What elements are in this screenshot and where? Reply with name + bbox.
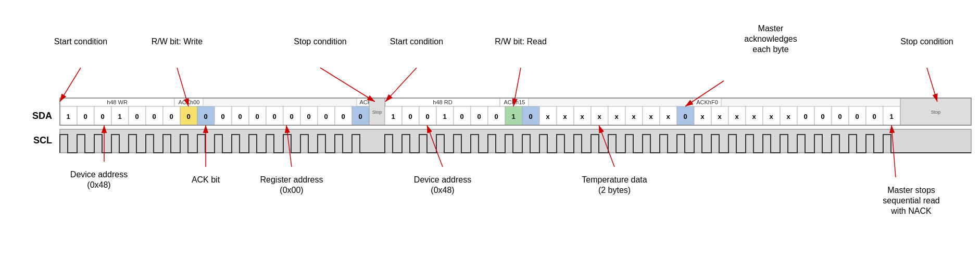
i2c-diagram: h48 WR ACKh00 ACKStop h48 RD ACKh15 ACKh…	[0, 0, 980, 267]
svg-rect-13	[943, 98, 971, 106]
svg-rect-82	[625, 106, 643, 125]
svg-text:h48 RD: h48 RD	[433, 99, 452, 105]
svg-line-144	[427, 125, 443, 167]
svg-text:x: x	[597, 113, 601, 120]
svg-text:1: 1	[118, 113, 121, 120]
svg-rect-112	[883, 106, 900, 125]
svg-text:x: x	[666, 113, 670, 120]
svg-text:0: 0	[152, 113, 156, 120]
svg-rect-58	[419, 106, 436, 125]
svg-rect-66	[488, 106, 505, 125]
svg-line-147	[599, 125, 614, 167]
svg-rect-7	[385, 98, 500, 106]
svg-rect-56	[402, 106, 419, 125]
svg-rect-92	[711, 106, 728, 125]
svg-text:ACK bit: ACK bit	[192, 175, 220, 184]
svg-text:0: 0	[477, 113, 481, 120]
svg-text:Stop condition: Stop condition	[900, 37, 953, 46]
svg-rect-64	[471, 106, 488, 125]
svg-rect-0	[60, 98, 971, 125]
svg-rect-74	[557, 106, 574, 125]
svg-text:x: x	[546, 113, 550, 120]
svg-rect-84	[643, 106, 660, 125]
svg-text:0: 0	[290, 113, 293, 120]
svg-text:0: 0	[135, 113, 139, 120]
svg-rect-88	[677, 106, 694, 125]
svg-rect-32	[197, 106, 215, 125]
svg-rect-3	[174, 98, 203, 106]
svg-rect-72	[539, 106, 557, 125]
svg-text:ACKhF0: ACKhF0	[696, 99, 718, 105]
svg-line-141	[286, 125, 292, 167]
svg-text:0: 0	[408, 113, 412, 120]
svg-text:x: x	[735, 113, 739, 120]
svg-rect-24	[129, 106, 146, 125]
svg-text:0: 0	[494, 113, 498, 120]
svg-text:0: 0	[324, 113, 328, 120]
svg-rect-20	[94, 106, 111, 125]
svg-text:x: x	[649, 113, 653, 120]
svg-rect-117	[60, 129, 971, 153]
svg-rect-54	[385, 106, 402, 125]
svg-rect-38	[249, 106, 266, 125]
svg-text:0: 0	[855, 113, 859, 120]
svg-text:x: x	[632, 113, 636, 120]
svg-text:acknowledges: acknowledges	[744, 34, 797, 43]
svg-text:0: 0	[460, 113, 463, 120]
svg-text:1: 1	[889, 113, 893, 120]
svg-text:0: 0	[838, 113, 841, 120]
svg-rect-100	[780, 106, 797, 125]
svg-rect-76	[574, 106, 591, 125]
svg-rect-98	[763, 106, 780, 125]
svg-text:0: 0	[255, 113, 259, 120]
svg-text:with NACK: with NACK	[890, 207, 932, 215]
svg-text:ACKStop: ACKStop	[359, 99, 383, 105]
svg-text:SDA: SDA	[32, 111, 52, 121]
svg-rect-16	[60, 106, 77, 125]
svg-rect-106	[832, 106, 849, 125]
svg-text:x: x	[786, 113, 790, 120]
svg-text:0: 0	[204, 113, 207, 120]
svg-text:0: 0	[683, 113, 687, 120]
svg-text:Master: Master	[758, 24, 784, 33]
svg-text:each byte: each byte	[752, 45, 788, 54]
svg-rect-110	[866, 106, 883, 125]
svg-rect-94	[728, 106, 746, 125]
svg-text:1: 1	[66, 113, 70, 120]
svg-text:x: x	[563, 113, 567, 120]
svg-text:Start condition: Start condition	[390, 37, 443, 46]
svg-rect-104	[814, 106, 832, 125]
svg-rect-11	[693, 98, 721, 106]
svg-rect-44	[300, 106, 318, 125]
svg-rect-34	[215, 106, 232, 125]
svg-text:0: 0	[83, 113, 87, 120]
svg-text:R/W bit: Read: R/W bit: Read	[495, 37, 547, 46]
svg-rect-96	[746, 106, 763, 125]
svg-rect-114	[900, 98, 971, 125]
svg-text:x: x	[752, 113, 756, 120]
svg-rect-1	[60, 98, 174, 106]
svg-rect-86	[660, 106, 677, 125]
svg-text:SCL: SCL	[33, 135, 52, 145]
svg-text:(2 bytes): (2 bytes)	[598, 186, 631, 195]
svg-text:1: 1	[443, 113, 446, 120]
svg-text:0: 0	[100, 113, 104, 120]
svg-text:Master stops: Master stops	[887, 186, 935, 195]
svg-text:0: 0	[307, 113, 310, 120]
svg-text:0: 0	[872, 113, 876, 120]
svg-text:Temperature data: Temperature data	[582, 175, 647, 184]
svg-text:x: x	[614, 113, 619, 120]
svg-text:Register address: Register address	[260, 175, 323, 184]
svg-line-128	[513, 68, 521, 106]
svg-rect-40	[266, 106, 283, 125]
svg-rect-60	[436, 106, 454, 125]
svg-text:0: 0	[341, 113, 345, 120]
svg-text:0: 0	[186, 113, 190, 120]
svg-text:Stop condition: Stop condition	[294, 37, 346, 46]
svg-rect-30	[180, 106, 197, 125]
svg-text:x: x	[580, 113, 584, 120]
svg-rect-62	[454, 106, 471, 125]
svg-rect-50	[352, 106, 369, 125]
svg-text:0: 0	[529, 113, 532, 120]
svg-text:(0x00): (0x00)	[280, 186, 303, 195]
